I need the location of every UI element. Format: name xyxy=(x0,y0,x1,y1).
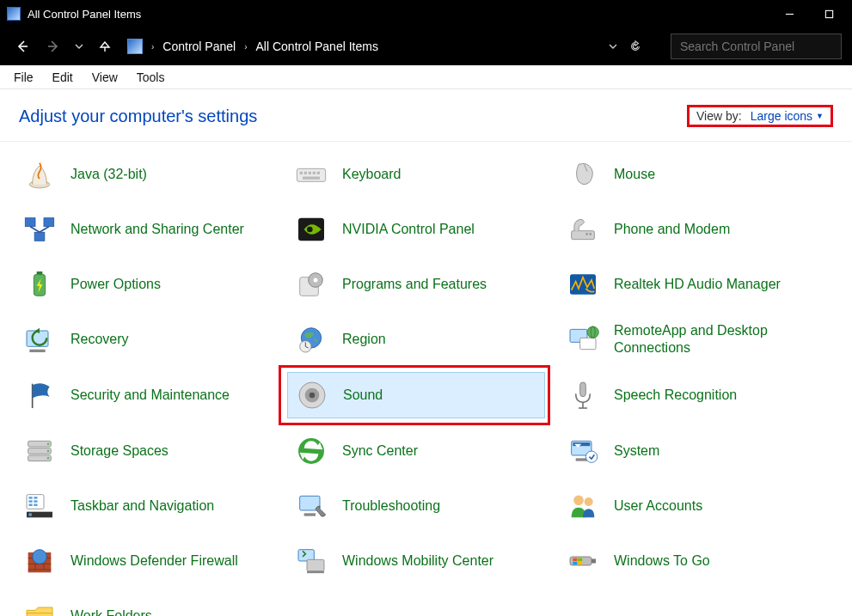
item-label: User Accounts xyxy=(614,497,702,515)
svg-point-50 xyxy=(47,450,50,453)
item-troubleshooting[interactable]: Troubleshooting xyxy=(280,479,552,534)
item-programs-features[interactable]: Programs and Features xyxy=(280,257,552,312)
item-sync-center[interactable]: Sync Center xyxy=(280,424,552,479)
item-storage-spaces[interactable]: Storage Spaces xyxy=(9,424,280,479)
item-label: Windows Mobility Center xyxy=(342,552,493,570)
item-label: Programs and Features xyxy=(342,276,487,293)
svg-rect-20 xyxy=(585,233,588,235)
item-defender-firewall[interactable]: Windows Defender Firewall xyxy=(9,534,280,589)
content-header: Adjust your computer's settings View by:… xyxy=(0,89,852,142)
breadcrumb-dropdown[interactable] xyxy=(604,37,622,56)
svg-rect-54 xyxy=(576,458,587,460)
chevron-right-icon[interactable]: › xyxy=(151,42,154,52)
up-button[interactable] xyxy=(93,34,117,58)
view-by-selector[interactable]: View by: Large icons ▼ xyxy=(687,105,833,127)
mouse-icon xyxy=(564,156,602,193)
svg-point-69 xyxy=(573,496,584,506)
svg-rect-23 xyxy=(37,271,43,274)
item-java[interactable]: Java (32-bit) xyxy=(9,147,280,202)
minimize-button[interactable] xyxy=(769,0,809,27)
nvidia-icon xyxy=(292,210,330,248)
speaker-icon xyxy=(293,376,331,414)
menu-file[interactable]: File xyxy=(5,68,42,87)
taskbar-icon xyxy=(21,487,58,525)
forward-button[interactable] xyxy=(41,34,65,58)
back-button[interactable] xyxy=(10,34,34,58)
item-windows-to-go[interactable]: Windows To Go xyxy=(552,534,824,589)
window-titlebar: All Control Panel Items xyxy=(0,0,852,27)
menu-bar: File Edit View Tools xyxy=(0,65,852,89)
svg-point-57 xyxy=(585,451,597,462)
svg-point-80 xyxy=(33,550,47,564)
svg-point-49 xyxy=(47,442,50,445)
remoteapp-icon xyxy=(564,320,602,358)
breadcrumb[interactable]: › Control Panel › All Control Panel Item… xyxy=(124,34,657,59)
item-remoteapp[interactable]: RemoteApp and Desktop Connections xyxy=(552,312,824,367)
item-power-options[interactable]: Power Options xyxy=(9,257,280,312)
firewall-icon xyxy=(21,542,58,580)
drives-icon xyxy=(21,432,58,470)
refresh-button[interactable] xyxy=(626,37,645,56)
item-keyboard[interactable]: Keyboard xyxy=(280,147,552,202)
menu-tools[interactable]: Tools xyxy=(128,68,174,87)
item-label: Troubleshooting xyxy=(342,497,440,515)
breadcrumb-current[interactable]: All Control Panel Items xyxy=(256,40,378,53)
item-label: Recovery xyxy=(70,331,129,348)
item-label: Region xyxy=(342,331,386,348)
mobility-icon xyxy=(292,542,330,580)
svg-rect-11 xyxy=(317,172,320,174)
microphone-icon xyxy=(564,376,602,414)
item-label: Storage Spaces xyxy=(70,442,169,460)
svg-rect-63 xyxy=(29,504,33,507)
item-recovery[interactable]: Recovery xyxy=(9,312,280,367)
svg-rect-86 xyxy=(573,558,577,561)
item-security-maintenance[interactable]: Security and Maintenance xyxy=(9,367,280,424)
item-sound[interactable]: Sound xyxy=(280,367,552,424)
item-phone-modem[interactable]: Phone and Modem xyxy=(552,202,824,257)
svg-rect-85 xyxy=(591,559,596,564)
item-region[interactable]: Region xyxy=(280,312,552,367)
item-label: Taskbar and Navigation xyxy=(70,497,214,515)
item-label: Phone and Modem xyxy=(614,221,730,238)
item-mouse[interactable]: Mouse xyxy=(552,147,824,202)
chevron-right-icon[interactable]: › xyxy=(244,42,247,52)
item-label: Speech Recognition xyxy=(614,387,737,404)
item-nvidia[interactable]: NVIDIA Control Panel xyxy=(280,202,552,257)
network-icon xyxy=(21,210,58,248)
menu-edit[interactable]: Edit xyxy=(44,68,82,87)
item-label: System xyxy=(614,442,659,460)
page-title: Adjust your computer's settings xyxy=(19,107,257,126)
svg-point-70 xyxy=(585,497,593,506)
item-user-accounts[interactable]: User Accounts xyxy=(552,479,824,534)
flag-icon xyxy=(21,376,58,414)
item-speech-recognition[interactable]: Speech Recognition xyxy=(552,367,824,424)
phone-icon xyxy=(564,210,602,248)
users-icon xyxy=(564,487,602,525)
maximize-button[interactable] xyxy=(809,0,849,27)
history-dropdown[interactable] xyxy=(72,34,86,58)
system-icon xyxy=(564,432,602,470)
item-realtek-audio[interactable]: Realtek HD Audio Manager xyxy=(552,257,824,312)
item-label: NVIDIA Control Panel xyxy=(342,221,475,238)
breadcrumb-root[interactable]: Control Panel xyxy=(162,40,236,53)
search-box[interactable] xyxy=(671,34,842,59)
item-label: Power Options xyxy=(70,276,161,293)
search-input[interactable] xyxy=(671,34,842,59)
menu-view[interactable]: View xyxy=(83,68,126,87)
item-work-folders[interactable]: Work Folders xyxy=(9,589,280,616)
item-mobility-center[interactable]: Windows Mobility Center xyxy=(280,534,552,589)
svg-rect-7 xyxy=(300,172,303,174)
item-network-sharing[interactable]: Network and Sharing Center xyxy=(9,202,280,257)
view-by-value[interactable]: Large icons ▼ xyxy=(751,109,824,123)
view-by-label: View by: xyxy=(696,109,742,123)
item-system[interactable]: System xyxy=(552,424,824,479)
svg-rect-15 xyxy=(44,218,54,227)
items-grid: Java (32-bit) Keyboard Mouse Network and… xyxy=(0,142,852,616)
svg-rect-10 xyxy=(313,172,316,174)
svg-rect-36 xyxy=(580,338,596,349)
item-label: Keyboard xyxy=(342,166,401,183)
item-taskbar-navigation[interactable]: Taskbar and Navigation xyxy=(9,479,280,534)
item-label: Security and Maintenance xyxy=(70,387,230,404)
svg-rect-66 xyxy=(29,513,32,515)
window-title: All Control Panel Items xyxy=(28,8,769,21)
